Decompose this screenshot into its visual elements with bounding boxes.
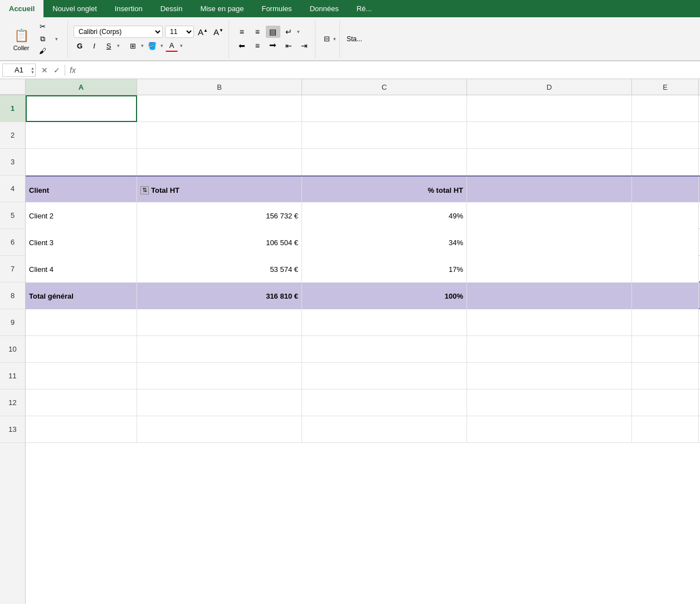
cell-b3[interactable] <box>137 149 302 176</box>
cell-e13[interactable] <box>632 416 699 443</box>
wrap-dropdown[interactable]: ▾ <box>297 29 300 35</box>
row-num-7[interactable]: 7 <box>0 256 25 282</box>
cut-button[interactable]: ✂ <box>36 21 49 32</box>
cell-e5[interactable] <box>632 202 699 229</box>
align-center-button[interactable]: ≡ <box>250 40 265 52</box>
cell-e3[interactable] <box>632 149 699 176</box>
cell-e11[interactable] <box>632 363 699 389</box>
tab-accueil[interactable]: Accueil <box>0 0 43 17</box>
cell-c4-header[interactable]: % total HT <box>302 177 467 203</box>
cell-e1[interactable] <box>632 95 699 122</box>
cell-a9[interactable] <box>26 309 137 336</box>
cell-d4-header[interactable] <box>467 177 632 203</box>
cell-c10[interactable] <box>302 336 467 363</box>
italic-button[interactable]: I <box>88 40 100 52</box>
col-header-e[interactable]: E <box>632 79 699 95</box>
align-middle-button[interactable]: ≡ <box>250 26 265 38</box>
tab-nouvel-onglet[interactable]: Nouvel onglet <box>43 0 106 17</box>
cell-a7[interactable]: Client 4 <box>26 256 137 282</box>
align-bottom-button[interactable]: ▤ <box>266 26 280 38</box>
cell-b1[interactable] <box>137 95 302 122</box>
cell-d11[interactable] <box>467 363 632 389</box>
copy-dropdown[interactable]: ▾ <box>50 33 63 45</box>
align-left-button[interactable]: ⬅ <box>235 40 249 52</box>
tab-donnees[interactable]: Données <box>301 0 348 17</box>
tab-mise-en-page[interactable]: Mise en page <box>191 0 252 17</box>
cell-b8-total[interactable]: 316 810 € <box>137 282 302 309</box>
confirm-formula-icon[interactable]: ✓ <box>52 65 61 76</box>
merge-button[interactable]: ⊟ <box>321 33 333 45</box>
cell-a6[interactable]: Client 3 <box>26 229 137 256</box>
font-name-selector[interactable]: Calibri (Corps) <box>74 26 163 38</box>
cell-b7[interactable]: 53 574 € <box>137 256 302 282</box>
cell-c8-total[interactable]: 100% <box>302 282 467 309</box>
cell-d7[interactable] <box>467 256 632 282</box>
cell-b5[interactable]: 156 732 € <box>137 202 302 229</box>
tab-formules[interactable]: Formules <box>252 0 300 17</box>
cell-a2[interactable] <box>26 122 137 149</box>
wrap-text-button[interactable]: ↵ <box>281 26 296 38</box>
row-num-11[interactable]: 11 <box>0 363 25 389</box>
merge-dropdown[interactable]: ▾ <box>333 36 336 42</box>
cell-a5[interactable]: Client 2 <box>26 202 137 229</box>
cell-d8-total[interactable] <box>467 282 632 309</box>
cell-b12[interactable] <box>137 389 302 416</box>
cell-e10[interactable] <box>632 336 699 363</box>
row-num-8[interactable]: 8 <box>0 282 25 309</box>
cell-c2[interactable] <box>302 122 467 149</box>
formula-input[interactable] <box>81 64 698 77</box>
cancel-formula-icon[interactable]: ✕ <box>40 65 49 76</box>
cell-a10[interactable] <box>26 336 137 363</box>
tab-rev[interactable]: Ré... <box>348 0 381 17</box>
cell-e8-total[interactable] <box>632 282 699 309</box>
font-color-dropdown[interactable]: ▾ <box>180 43 183 48</box>
row-num-1[interactable]: 1 <box>0 95 25 122</box>
cell-a4-header[interactable]: Client <box>26 177 137 203</box>
format-painter-button[interactable]: 🖌 <box>36 46 49 57</box>
col-header-c[interactable]: C <box>302 79 467 95</box>
cell-c12[interactable] <box>302 389 467 416</box>
cell-b10[interactable] <box>137 336 302 363</box>
cell-d5[interactable] <box>467 202 632 229</box>
decrease-indent-button[interactable]: ⇤ <box>281 40 296 52</box>
cell-d9[interactable] <box>467 309 632 336</box>
fill-color-dropdown[interactable]: ▾ <box>161 43 163 48</box>
increase-indent-button[interactable]: ⇥ <box>297 40 312 52</box>
cell-e4-header[interactable] <box>632 177 699 203</box>
cell-d12[interactable] <box>467 389 632 416</box>
cell-c5[interactable]: 49% <box>302 202 467 229</box>
row-num-10[interactable]: 10 <box>0 336 25 363</box>
insert-function-icon[interactable]: fx <box>69 65 77 76</box>
cell-d10[interactable] <box>467 336 632 363</box>
cell-a1[interactable] <box>26 95 137 122</box>
font-grow-button[interactable]: A▲ <box>196 27 210 37</box>
underline-dropdown[interactable]: ▾ <box>117 43 120 48</box>
cell-e7[interactable] <box>632 256 699 282</box>
cell-b13[interactable] <box>137 416 302 443</box>
cell-e2[interactable] <box>632 122 699 149</box>
row-num-9[interactable]: 9 <box>0 309 25 336</box>
row-num-2[interactable]: 2 <box>0 122 25 149</box>
row-num-3[interactable]: 3 <box>0 149 25 176</box>
cell-d1[interactable] <box>467 95 632 122</box>
cell-d6[interactable] <box>467 229 632 256</box>
font-shrink-button[interactable]: A▼ <box>212 27 225 37</box>
fill-color-button[interactable]: 🪣 <box>146 40 158 52</box>
cell-b2[interactable] <box>137 122 302 149</box>
row-num-13[interactable]: 13 <box>0 416 25 443</box>
cell-c9[interactable] <box>302 309 467 336</box>
align-top-button[interactable]: ≡ <box>235 26 249 38</box>
cell-c6[interactable]: 34% <box>302 229 467 256</box>
borders-dropdown[interactable]: ▾ <box>141 43 144 48</box>
cell-d2[interactable] <box>467 122 632 149</box>
cell-b9[interactable] <box>137 309 302 336</box>
col-header-a[interactable]: A <box>26 79 137 95</box>
borders-button[interactable]: ⊞ <box>127 40 139 52</box>
row-num-6[interactable]: 6 <box>0 229 25 256</box>
font-size-selector[interactable]: 11 <box>165 26 194 38</box>
bold-button[interactable]: G <box>74 40 86 52</box>
cell-b4-header[interactable]: ⇅Total HT <box>137 177 302 203</box>
row-num-4[interactable]: 4 <box>0 176 25 202</box>
cell-a3[interactable] <box>26 149 137 176</box>
paste-button[interactable]: 📋 Coller <box>9 26 33 52</box>
